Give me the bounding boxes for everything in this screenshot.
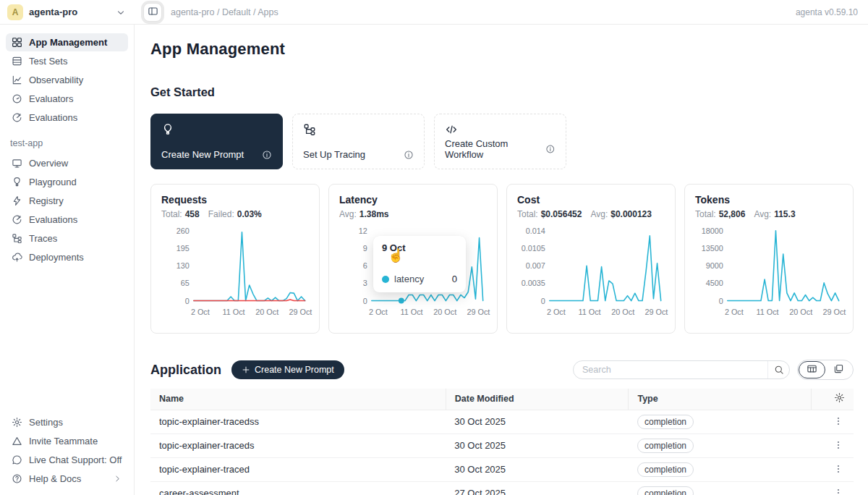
balloon-icon	[161, 123, 174, 136]
svg-text:29 Oct: 29 Oct	[822, 308, 846, 316]
row-menu-button[interactable]	[832, 486, 845, 495]
table-row[interactable]: topic-explainer-traceds 30 Oct 2025 comp…	[150, 433, 854, 457]
info-icon[interactable]	[545, 144, 556, 154]
sidebar-item-test-sets[interactable]: Test Sets	[6, 52, 128, 70]
help-icon	[12, 473, 22, 484]
column-header-date-modified: Date Modified	[446, 389, 629, 410]
search-box	[573, 360, 790, 379]
type-badge: completion	[637, 415, 694, 429]
svg-text:9: 9	[363, 244, 367, 253]
table-view-button[interactable]	[799, 361, 825, 378]
sidebar-toggle-button[interactable]	[143, 3, 162, 22]
svg-text:18000: 18000	[702, 227, 723, 235]
svg-text:11 Oct: 11 Oct	[222, 308, 244, 316]
svg-text:29 Oct: 29 Oct	[467, 308, 490, 316]
svg-text:29 Oct: 29 Oct	[289, 308, 312, 316]
sidebar-section-label: test-app	[6, 127, 128, 154]
svg-text:13500: 13500	[702, 244, 723, 253]
metric-stats: Avg:1.38ms	[339, 209, 487, 219]
monitor-icon	[12, 158, 22, 169]
row-menu-button[interactable]	[832, 415, 845, 428]
metric-stats: Total:$0.056452Avg:$0.000123	[517, 209, 665, 219]
get-started-card-create-custom-workflow[interactable]: Create Custom Workflow	[434, 114, 566, 169]
sidebar-item-app-management[interactable]: App Management	[6, 33, 128, 51]
type-badge: completion	[637, 462, 694, 477]
svg-text:195: 195	[176, 244, 190, 253]
sidebar-item-evaluations[interactable]: Evaluations	[6, 211, 128, 229]
series-dot	[382, 276, 389, 283]
gear-icon	[12, 417, 22, 428]
sidebar-item-traces[interactable]: Traces	[6, 229, 128, 248]
sidebar-item-help-docs[interactable]: Help & Docs	[6, 470, 128, 488]
sidebar-item-overview[interactable]: Overview	[6, 154, 128, 172]
app-name-cell: topic-explainer-traced	[150, 457, 446, 481]
info-icon[interactable]	[404, 150, 414, 160]
workspace-name: agenta-pro	[29, 7, 77, 17]
balloon-icon	[12, 177, 22, 187]
get-started-cards: Create New Prompt Set Up Tracing Create …	[150, 114, 854, 169]
svg-text:0.0105: 0.0105	[522, 244, 545, 253]
column-header-name: Name	[150, 389, 446, 410]
row-menu-button[interactable]	[832, 462, 845, 475]
row-menu-button[interactable]	[832, 439, 845, 452]
sidebar-item-registry[interactable]: Registry	[6, 192, 128, 210]
panel-icon	[148, 6, 158, 19]
sidebar-item-settings[interactable]: Settings	[6, 413, 128, 431]
svg-text:11 Oct: 11 Oct	[578, 308, 600, 316]
tokens-chart[interactable]: 18000135009000450002 Oct11 Oct20 Oct29 O…	[695, 224, 843, 331]
svg-text:4500: 4500	[706, 279, 723, 287]
dial-icon	[12, 214, 22, 225]
tree-icon	[303, 123, 316, 136]
search-icon[interactable]	[767, 361, 789, 378]
svg-text:6: 6	[363, 261, 367, 270]
svg-text:20 Oct: 20 Oct	[789, 308, 812, 316]
sidebar-item-evaluators[interactable]: Evaluators	[6, 90, 128, 108]
workspace-selector[interactable]: A agenta-pro	[0, 4, 135, 20]
metrics-row: 9 Oct latency 0 ☝ Requests Total:458Fail…	[150, 184, 854, 334]
app-name-cell: topic-explainer-traceds	[150, 433, 446, 457]
lightning-icon	[12, 195, 22, 206]
svg-text:2 Oct: 2 Oct	[369, 308, 388, 316]
cost-chart[interactable]: 0.0140.01050.0070.003502 Oct11 Oct20 Oct…	[517, 224, 665, 331]
svg-text:20 Oct: 20 Oct	[433, 308, 456, 316]
view-toggle	[797, 360, 854, 380]
create-new-prompt-button[interactable]: Create New Prompt	[231, 360, 344, 379]
sidebar-item-playground[interactable]: Playground	[6, 173, 128, 191]
workspace-avatar: A	[7, 4, 23, 20]
get-started-card-set-up-tracing[interactable]: Set Up Tracing	[292, 114, 425, 169]
metric-card: Tokens Total:52,806Avg:115.3 18000135009…	[684, 184, 854, 334]
grid-icon	[12, 37, 22, 48]
get-started-heading: Get Started	[150, 85, 854, 99]
svg-text:11 Oct: 11 Oct	[756, 308, 778, 316]
sidebar-item-evaluations[interactable]: Evaluations	[6, 109, 128, 127]
get-started-card-create-new-prompt[interactable]: Create New Prompt	[150, 114, 283, 169]
app-root: A agenta-pro agenta-pro / Default / Apps…	[0, 0, 868, 495]
svg-text:0.0035: 0.0035	[522, 279, 545, 287]
mouse-cursor-icon: ☝	[388, 248, 404, 263]
card-view-icon	[833, 363, 844, 376]
tooltip-series-label: latency	[394, 274, 424, 284]
requests-chart[interactable]: 2601951306502 Oct11 Oct20 Oct29 Oct	[161, 224, 310, 331]
table-row[interactable]: career-assessment 27 Oct 2025 completion	[150, 481, 854, 495]
date-modified-cell: 27 Oct 2025	[446, 481, 629, 495]
sidebar-item-live-chat-support-off[interactable]: Live Chat Support: Off	[6, 451, 128, 469]
card-view-button[interactable]	[825, 361, 852, 378]
table-settings-icon[interactable]	[834, 392, 845, 403]
breadcrumb[interactable]: agenta-pro / Default / Apps	[171, 7, 278, 17]
tooltip-value: 0	[452, 274, 457, 284]
triangle-icon	[12, 436, 22, 447]
sidebar-item-deployments[interactable]: Deployments	[6, 248, 128, 266]
metric-stats: Total:52,806Avg:115.3	[695, 209, 843, 219]
page-title: App Management	[150, 40, 854, 59]
search-input[interactable]	[574, 365, 767, 375]
gauge-icon	[12, 93, 22, 104]
svg-text:0: 0	[719, 297, 723, 305]
table-row[interactable]: topic-explainer-tracedss 30 Oct 2025 com…	[150, 410, 854, 433]
info-icon[interactable]	[262, 150, 272, 160]
sidebar-item-observability[interactable]: Observability	[6, 71, 128, 89]
sidebar-item-invite-teammate[interactable]: Invite Teammate	[6, 432, 128, 450]
svg-text:65: 65	[181, 279, 190, 287]
table-row[interactable]: topic-explainer-traced 30 Oct 2025 compl…	[150, 457, 854, 481]
svg-text:0: 0	[541, 297, 545, 305]
type-badge: completion	[637, 486, 694, 495]
